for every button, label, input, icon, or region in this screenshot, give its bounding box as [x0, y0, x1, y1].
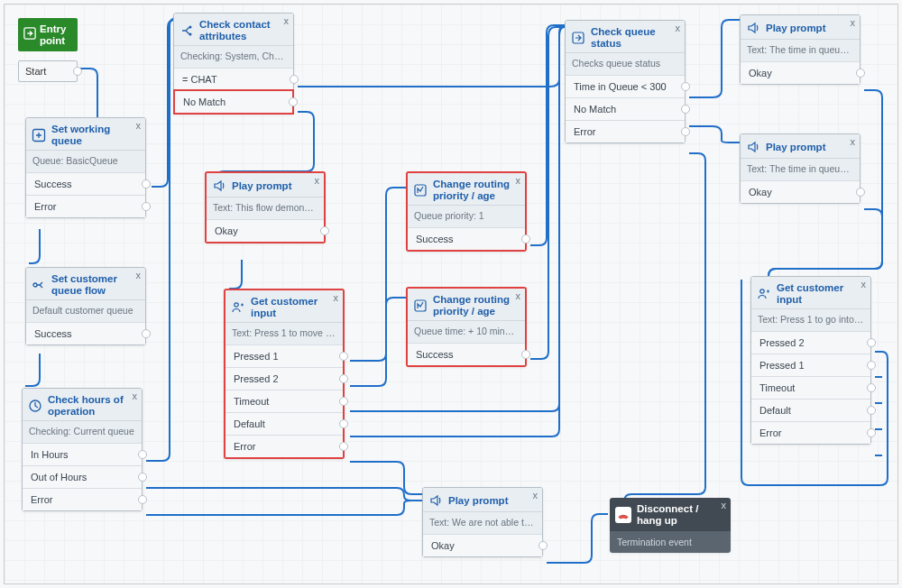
branch[interactable]: Pressed 2: [751, 331, 870, 354]
close-icon[interactable]: x: [851, 17, 856, 28]
close-icon[interactable]: x: [676, 23, 681, 33]
node-subtext: Default customer queue: [26, 300, 145, 322]
port[interactable]: [138, 473, 147, 482]
play-prompt-queue-1-block[interactable]: Play prompt x Text: The time in queue is…: [740, 14, 861, 85]
get-customer-input-2-block[interactable]: Get customer input x Text: Press 1 to go…: [750, 276, 871, 445]
branch[interactable]: = CHAT: [174, 68, 293, 90]
node-title: Check hours of operation: [48, 394, 136, 417]
port[interactable]: [681, 82, 690, 91]
routing-icon: [413, 299, 428, 313]
check-queue-status-block[interactable]: Check queue status x Checks queue status…: [565, 20, 686, 143]
branch-highlighted[interactable]: No Match: [173, 89, 294, 115]
check-hours-block[interactable]: Check hours of operation x Checking: Cur…: [22, 388, 143, 511]
port[interactable]: [867, 338, 876, 347]
branch[interactable]: In Hours: [23, 443, 142, 465]
branch[interactable]: Error: [751, 421, 870, 444]
port[interactable]: [289, 97, 298, 106]
disconnect-block[interactable]: Disconnect / hang up x Termination event: [610, 498, 731, 553]
change-routing-1-block[interactable]: Change routing priority / age x Queue pr…: [406, 171, 527, 252]
speaker-icon: [428, 493, 443, 508]
port[interactable]: [867, 428, 876, 437]
check-contact-attributes-block[interactable]: Check contact attributes x Checking: Sys…: [173, 13, 294, 115]
branch[interactable]: No Match: [566, 97, 685, 120]
close-icon[interactable]: x: [315, 175, 320, 186]
set-working-queue-block[interactable]: Set working queue x Queue: BasicQueue Su…: [25, 117, 146, 218]
branch[interactable]: Out of Hours: [23, 465, 142, 488]
branch[interactable]: Error: [226, 435, 343, 457]
branch[interactable]: Okay: [741, 61, 860, 84]
branch[interactable]: Default: [226, 412, 343, 435]
branch[interactable]: Time in Queue < 300: [566, 75, 685, 97]
node-title: Set customer queue flow: [51, 273, 140, 296]
port[interactable]: [339, 442, 348, 451]
svg-point-6: [235, 302, 238, 306]
branch[interactable]: Okay: [423, 534, 542, 556]
node-subtext: Text: We are not able to ta...: [423, 512, 542, 534]
node-title: Check queue status: [591, 26, 679, 49]
port[interactable]: [867, 361, 876, 370]
play-prompt-queue-2-block[interactable]: Play prompt x Text: The time in queue is…: [740, 133, 861, 204]
port[interactable]: [339, 352, 348, 361]
port[interactable]: [867, 406, 876, 415]
port[interactable]: [681, 105, 690, 114]
port[interactable]: [138, 450, 147, 459]
close-icon[interactable]: x: [284, 15, 290, 26]
close-icon[interactable]: x: [133, 390, 138, 401]
port[interactable]: [142, 179, 151, 188]
port[interactable]: [867, 383, 876, 392]
port[interactable]: [339, 397, 348, 406]
port[interactable]: [339, 419, 348, 428]
port[interactable]: [681, 127, 690, 136]
branch[interactable]: Error: [26, 195, 145, 217]
port[interactable]: [138, 495, 147, 504]
port[interactable]: [856, 69, 865, 78]
port[interactable]: [856, 188, 865, 197]
branch[interactable]: Success: [408, 227, 525, 250]
hangup-icon: [615, 507, 631, 523]
branch[interactable]: Pressed 2: [226, 367, 343, 390]
branch[interactable]: Success: [408, 343, 525, 365]
close-icon[interactable]: x: [533, 490, 538, 501]
set-customer-queue-flow-block[interactable]: Set customer queue flow x Default custom…: [25, 267, 146, 345]
branch[interactable]: Error: [23, 488, 142, 510]
branch[interactable]: Success: [26, 172, 145, 195]
node-title: Play prompt: [766, 23, 854, 34]
branch[interactable]: Error: [566, 120, 685, 142]
port[interactable]: [538, 541, 548, 550]
branch[interactable]: Success: [26, 322, 145, 345]
branch[interactable]: Timeout: [226, 390, 343, 412]
close-icon[interactable]: x: [861, 279, 867, 289]
speaker-icon: [212, 179, 226, 193]
close-icon[interactable]: x: [516, 290, 521, 301]
branch[interactable]: Okay: [207, 219, 324, 242]
entry-start-branch[interactable]: Start: [18, 60, 78, 82]
get-customer-input-1-block[interactable]: Get customer input x Text: Press 1 to mo…: [224, 289, 345, 459]
play-prompt-demo-block[interactable]: Play prompt x Text: This flow demonstra.…: [205, 171, 326, 243]
branch[interactable]: Okay: [741, 180, 860, 203]
change-routing-2-block[interactable]: Change routing priority / age x Queue ti…: [406, 287, 527, 367]
branch[interactable]: Pressed 1: [226, 345, 343, 367]
close-icon[interactable]: x: [136, 120, 142, 131]
close-icon[interactable]: x: [516, 175, 521, 186]
play-prompt-unable-block[interactable]: Play prompt x Text: We are not able to t…: [422, 487, 543, 557]
close-icon[interactable]: x: [136, 270, 142, 280]
branch[interactable]: Pressed 1: [751, 354, 870, 376]
port[interactable]: [73, 67, 82, 76]
branch-icon: [571, 31, 585, 45]
port[interactable]: [521, 234, 530, 243]
port[interactable]: [290, 75, 299, 84]
svg-point-10: [760, 289, 764, 292]
close-icon[interactable]: x: [851, 136, 856, 147]
branch[interactable]: Default: [751, 399, 870, 421]
entry-point-block[interactable]: Entry point Start: [18, 18, 78, 82]
port[interactable]: [142, 329, 151, 338]
person-input-icon: [231, 300, 245, 315]
close-icon[interactable]: x: [722, 500, 727, 510]
branch[interactable]: Timeout: [751, 376, 870, 399]
port[interactable]: [142, 202, 151, 211]
close-icon[interactable]: x: [334, 292, 339, 303]
node-title: Get customer input: [251, 296, 337, 318]
port[interactable]: [320, 226, 329, 235]
port[interactable]: [339, 374, 348, 383]
port[interactable]: [521, 350, 530, 359]
